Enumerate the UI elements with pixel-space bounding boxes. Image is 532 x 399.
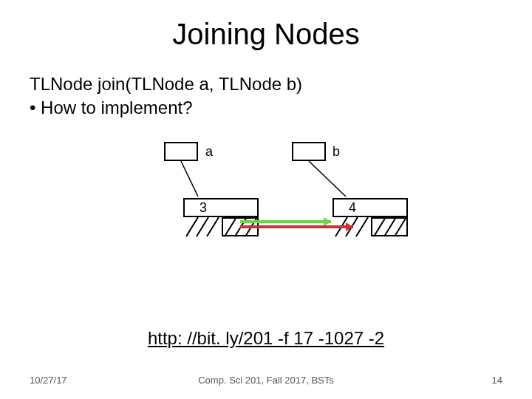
pointer-b-box — [292, 142, 326, 161]
node-3-next-cell — [222, 217, 259, 236]
svg-marker-15 — [324, 217, 331, 226]
label-a: a — [205, 144, 213, 160]
bullet-how-to-implement: • How to implement? — [30, 98, 193, 118]
slide: Joining Nodes TLNode join(TLNode a, TLNo… — [0, 0, 532, 399]
svg-line-9 — [346, 217, 358, 236]
node-4: 4 — [332, 198, 408, 217]
bitly-link[interactable]: http: //bit. ly/201 -f 17 -1027 -2 — [0, 328, 532, 349]
svg-line-4 — [207, 217, 219, 236]
node-3-value: 3 — [185, 200, 222, 216]
slide-title: Joining Nodes — [0, 18, 532, 51]
node-4-next-cell — [371, 217, 408, 236]
pointer-a-box — [164, 142, 198, 161]
svg-line-1 — [309, 161, 346, 197]
svg-line-10 — [356, 217, 368, 236]
svg-line-8 — [335, 217, 347, 236]
node-3: 3 — [183, 198, 259, 217]
footer-course: Comp. Sci 201, Fall 2017, BSTs — [0, 375, 532, 386]
svg-marker-17 — [346, 222, 353, 231]
svg-line-2 — [186, 217, 198, 236]
footer-page-number: 14 — [492, 375, 502, 386]
label-b: b — [332, 144, 340, 160]
svg-line-3 — [197, 217, 208, 236]
node-4-value: 4 — [334, 200, 371, 216]
svg-line-0 — [181, 161, 198, 197]
method-signature: TLNode join(TLNode a, TLNode b) — [30, 74, 302, 95]
